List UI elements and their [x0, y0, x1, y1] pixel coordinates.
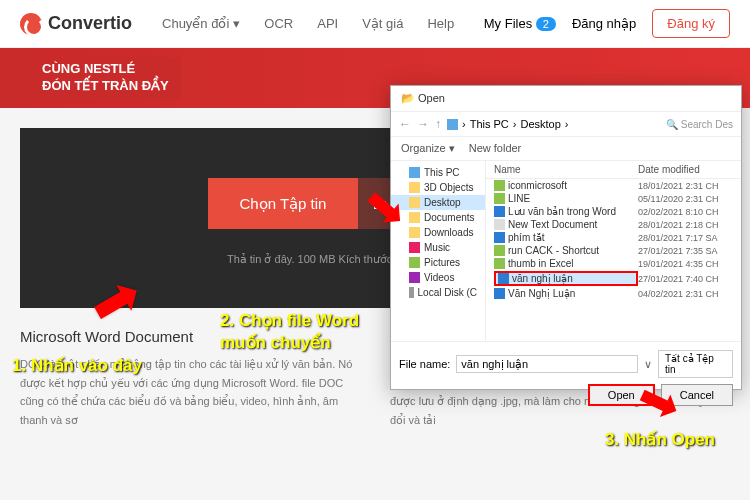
sidebar-item[interactable]: This PC: [391, 165, 485, 180]
app-header: Convertio Chuyển đổi ▾ OCR API Vật giá H…: [0, 0, 750, 48]
chevron-down-icon: ▾: [233, 16, 240, 31]
brand-name: Convertio: [48, 13, 132, 34]
cancel-button[interactable]: Cancel: [661, 384, 733, 406]
list-header: Name Date modified: [486, 161, 741, 179]
sidebar-item[interactable]: Pictures: [391, 255, 485, 270]
nav-up-icon[interactable]: ↑: [435, 117, 441, 131]
folder-icon: [409, 182, 420, 193]
filename-input[interactable]: [456, 355, 638, 373]
nav-api[interactable]: API: [317, 16, 338, 31]
filetype-filter[interactable]: Tất cả Tệp tin: [658, 350, 733, 378]
filename-label: File name:: [399, 358, 450, 370]
folder-icon: [409, 257, 420, 268]
nav-convert[interactable]: Chuyển đổi ▾: [162, 16, 240, 31]
sidebar-item[interactable]: 3D Objects: [391, 180, 485, 195]
sidebar-item[interactable]: Desktop: [391, 195, 485, 210]
file-row[interactable]: văn nghị luận27/01/2021 7:40 CH: [486, 270, 741, 287]
dialog-toolbar: Organize ▾ New folder: [391, 137, 741, 161]
myfiles-link[interactable]: My Files 2: [484, 16, 556, 31]
search-field[interactable]: 🔍 Search Des: [666, 119, 733, 130]
pc-icon: [447, 119, 458, 130]
file-icon: [494, 288, 505, 299]
choose-file-button[interactable]: Chọn Tập tin: [208, 178, 359, 229]
folder-icon: [409, 242, 420, 253]
annotation-text-1: 1. Nhấn vào đây: [12, 355, 142, 376]
file-open-dialog: 📂 Open ← → ↑ ›This PC›Desktop› 🔍 Search …: [390, 85, 742, 390]
nav-back-icon[interactable]: ←: [399, 117, 411, 131]
organize-menu[interactable]: Organize ▾: [401, 142, 455, 155]
open-button[interactable]: Open: [588, 384, 655, 406]
folder-icon: [409, 227, 420, 238]
header-right: My Files 2 Đăng nhập Đăng ký: [484, 9, 730, 38]
brand-logo[interactable]: Convertio: [20, 13, 132, 35]
dialog-sidebar: This PC3D ObjectsDesktopDocumentsDownloa…: [391, 161, 486, 341]
sidebar-item[interactable]: Local Disk (C: [391, 285, 485, 300]
col-name[interactable]: Name: [494, 164, 638, 175]
signup-button[interactable]: Đăng ký: [652, 9, 730, 38]
newfolder-button[interactable]: New folder: [469, 142, 522, 155]
file-row[interactable]: Văn Nghị Luận04/02/2021 2:31 CH: [486, 287, 741, 300]
dialog-footer: File name: ∨ Tất cả Tệp tin Open Cancel: [391, 341, 741, 414]
myfiles-badge: 2: [536, 17, 556, 31]
path-breadcrumb[interactable]: ›This PC›Desktop›: [447, 118, 660, 130]
convertio-icon: [20, 13, 42, 35]
file-icon: [494, 180, 505, 191]
file-row[interactable]: run CACK - Shortcut27/01/2021 7:35 SA: [486, 244, 741, 257]
nav-help[interactable]: Help: [427, 16, 454, 31]
nav-pricing[interactable]: Vật giá: [362, 16, 403, 31]
folder-icon: [409, 212, 420, 223]
banner-text: CÙNG NESTLÉĐÓN TẾT TRÀN ĐẦY: [30, 57, 181, 99]
sidebar-item[interactable]: Documents: [391, 210, 485, 225]
sidebar-item[interactable]: Music: [391, 240, 485, 255]
sidebar-item[interactable]: Videos: [391, 270, 485, 285]
annotation-text-2: 2. Chọn file Wordmuốn chuyển: [220, 310, 359, 354]
file-icon: [494, 219, 505, 230]
nav-ocr[interactable]: OCR: [264, 16, 293, 31]
folder-icon: [409, 287, 414, 298]
folder-icon: [409, 272, 420, 283]
file-row[interactable]: Lưu văn bản trong Word02/02/2021 8:10 CH: [486, 205, 741, 218]
dialog-navbar: ← → ↑ ›This PC›Desktop› 🔍 Search Des: [391, 112, 741, 137]
file-row[interactable]: thumb in Excel19/01/2021 4:35 CH: [486, 257, 741, 270]
file-icon: [498, 273, 509, 284]
sidebar-item[interactable]: Downloads: [391, 225, 485, 240]
main-nav: Chuyển đổi ▾ OCR API Vật giá Help: [162, 16, 454, 31]
file-icon: [494, 258, 505, 269]
file-row[interactable]: iconmicrosoft18/01/2021 2:31 CH: [486, 179, 741, 192]
file-icon: [494, 193, 505, 204]
file-list: Name Date modified iconmicrosoft18/01/20…: [486, 161, 741, 341]
col-date[interactable]: Date modified: [638, 164, 733, 175]
folder-icon: [409, 197, 420, 208]
folder-icon: [409, 167, 420, 178]
file-row[interactable]: New Text Document28/01/2021 2:18 CH: [486, 218, 741, 231]
file-row[interactable]: LINE05/11/2020 2:31 CH: [486, 192, 741, 205]
dialog-body: This PC3D ObjectsDesktopDocumentsDownloa…: [391, 161, 741, 341]
file-icon: [494, 245, 505, 256]
nav-fwd-icon[interactable]: →: [417, 117, 429, 131]
file-icon: [494, 232, 505, 243]
annotation-text-3: 3. Nhấn Open: [605, 429, 715, 450]
login-link[interactable]: Đăng nhập: [572, 16, 636, 31]
dialog-title: 📂 Open: [391, 86, 741, 112]
file-icon: [494, 206, 505, 217]
file-row[interactable]: phím tắt28/01/2021 7:17 SA: [486, 231, 741, 244]
